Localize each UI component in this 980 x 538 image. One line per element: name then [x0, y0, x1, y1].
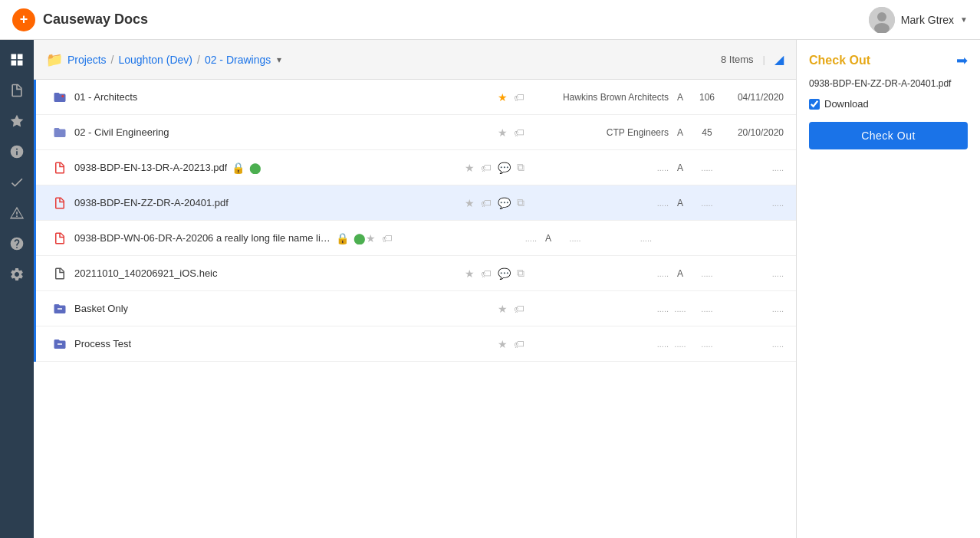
tag-icon[interactable]: 🏷 — [514, 303, 525, 315]
star-icon[interactable]: ★ — [498, 303, 508, 315]
table-row[interactable]: 01 - Architects ★ 🏷 Hawkins Brown Archit… — [36, 80, 796, 115]
tag-icon[interactable]: 🏷 — [382, 232, 393, 244]
tag-icon[interactable]: 🏷 — [514, 91, 525, 103]
star-icon[interactable]: ★ — [498, 91, 508, 103]
folder-special-icon — [51, 90, 68, 104]
main-layout: 📁 Projects / Loughton (Dev) / 02 - Drawi… — [0, 40, 980, 538]
action-icons: ★ 🏷 — [366, 232, 393, 244]
star-icon[interactable]: ★ — [498, 338, 508, 350]
lock-icon: 🔒 — [232, 162, 245, 174]
folder-icon — [51, 126, 68, 139]
table-row[interactable]: 02 - Civil Engineering ★ 🏷 CTP Engineers… — [36, 115, 796, 150]
svg-rect-8 — [58, 308, 62, 310]
file-icon — [51, 267, 68, 280]
sidebar-item-alert[interactable] — [3, 199, 31, 227]
file-num: 106 — [692, 92, 722, 103]
svg-rect-9 — [58, 343, 62, 345]
file-date: ..... — [722, 269, 784, 278]
basket-icon — [51, 337, 68, 351]
tag-icon[interactable]: 🏷 — [481, 197, 492, 209]
tag-icon[interactable]: 🏷 — [514, 126, 525, 139]
copy-icon[interactable]: ⧉ — [517, 161, 525, 174]
comment-icon[interactable]: 💬 — [498, 197, 511, 209]
file-rev: A — [669, 162, 692, 173]
table-row[interactable]: Basket Only ★ 🏷 ..... ..... ..... ..... — [36, 291, 796, 326]
breadcrumb-loughton[interactable]: Loughton (Dev) — [118, 54, 192, 66]
checkout-title: Check Out — [809, 54, 870, 67]
star-icon[interactable]: ★ — [465, 162, 475, 174]
file-date: ..... — [590, 234, 652, 243]
action-icons: ★ 🏷 💬 ⧉ — [465, 267, 525, 280]
sync-icon: ⬤ — [249, 162, 261, 174]
tag-icon[interactable]: 🏷 — [481, 162, 492, 174]
file-meta: Hawkins Brown Architects — [531, 92, 669, 103]
tag-icon[interactable]: 🏷 — [481, 267, 492, 280]
action-icons: ★ 🏷 — [498, 91, 525, 103]
svg-point-7 — [61, 95, 64, 97]
copy-icon[interactable]: ⧉ — [517, 267, 525, 280]
download-label: Download — [824, 98, 869, 110]
file-rev: ..... — [669, 304, 692, 313]
file-num: ..... — [692, 269, 722, 278]
chevron-down-icon[interactable]: ▼ — [960, 15, 968, 24]
table-row[interactable]: 0938-BDP-EN-13-DR-A-20213.pdf 🔒 ⬤ ★ 🏷 💬 … — [36, 150, 796, 185]
sidebar-item-starred[interactable] — [3, 107, 31, 135]
lock-icon: 🔒 — [336, 232, 349, 244]
right-panel: Check Out ➡ 0938-BDP-EN-ZZ-DR-A-20401.pd… — [796, 40, 980, 538]
file-name: 02 - Civil Engineering — [74, 126, 498, 138]
file-num: ..... — [692, 304, 722, 313]
download-checkbox[interactable] — [809, 99, 820, 110]
star-icon[interactable]: ★ — [498, 126, 508, 139]
table-row[interactable]: Process Test ★ 🏷 ..... ..... ..... ..... — [36, 326, 796, 362]
sidebar-item-documents[interactable] — [3, 77, 31, 104]
comment-icon[interactable]: 💬 — [498, 267, 511, 280]
breadcrumb-projects[interactable]: Projects — [67, 54, 107, 66]
tag-icon[interactable]: 🏷 — [514, 338, 525, 350]
file-name: 20211010_140206921_iOS.heic — [74, 267, 465, 279]
file-num: ..... — [692, 340, 722, 349]
user-menu[interactable]: Mark Gtrex ▼ — [869, 7, 968, 33]
avatar — [869, 7, 895, 33]
file-rev: A — [537, 233, 560, 244]
file-rev: A — [669, 268, 692, 279]
star-icon[interactable]: ★ — [366, 232, 376, 244]
file-meta: ..... — [399, 234, 537, 243]
file-rev: A — [669, 92, 692, 103]
table-row[interactable]: 20211010_140206921_iOS.heic ★ 🏷 💬 ⧉ ....… — [36, 256, 796, 291]
file-date: ..... — [722, 340, 784, 349]
pdf-icon — [51, 231, 68, 245]
table-row[interactable]: 0938-BDP-WN-06-DR-A-20206 a really long … — [36, 221, 796, 256]
action-icons: ★ 🏷 💬 ⧉ — [465, 161, 525, 174]
file-meta: ..... — [531, 340, 669, 349]
comment-icon[interactable]: 💬 — [498, 162, 511, 174]
file-num: 45 — [692, 127, 722, 138]
checkout-arrow-icon: ➡ — [956, 52, 968, 69]
file-rev: A — [669, 127, 692, 138]
sidebar-item-check[interactable] — [3, 169, 31, 196]
breadcrumb-dropdown-icon[interactable]: ▾ — [277, 54, 281, 65]
file-date: ..... — [722, 163, 784, 172]
sidebar-item-grid[interactable] — [3, 46, 31, 74]
svg-point-1 — [877, 12, 886, 21]
copy-icon[interactable]: ⧉ — [517, 196, 525, 209]
action-icons: ★ 🏷 💬 ⧉ — [465, 196, 525, 209]
checkout-button[interactable]: Check Out — [809, 122, 968, 149]
breadcrumb-bar: 📁 Projects / Loughton (Dev) / 02 - Drawi… — [34, 40, 796, 80]
item-count: 8 Items — [721, 54, 754, 65]
svg-rect-6 — [18, 61, 23, 66]
download-checkbox-row: Download — [809, 98, 968, 110]
sidebar-item-info[interactable] — [3, 138, 31, 166]
action-icons: ★ 🏷 — [498, 338, 525, 350]
file-num: ..... — [560, 234, 590, 243]
sidebar-item-help[interactable] — [3, 230, 31, 258]
star-icon[interactable]: ★ — [465, 267, 475, 280]
star-icon[interactable]: ★ — [465, 197, 475, 209]
file-num: ..... — [692, 163, 722, 172]
folder-icon: 📁 — [46, 51, 63, 68]
sidebar-item-settings[interactable] — [3, 261, 31, 288]
filter-icon[interactable]: ◢ — [774, 52, 784, 67]
file-meta: ..... — [531, 198, 669, 208]
table-row[interactable]: 0938-BDP-EN-ZZ-DR-A-20401.pdf ★ 🏷 💬 ⧉ ..… — [36, 185, 796, 221]
file-date: 04/11/2020 — [722, 92, 784, 103]
pdf-icon — [51, 161, 68, 175]
